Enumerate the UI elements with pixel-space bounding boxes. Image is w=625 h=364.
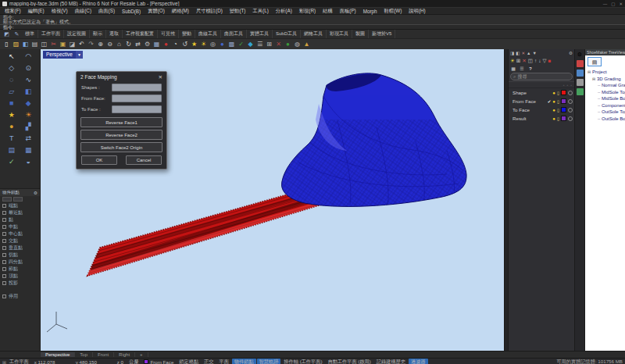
tool-icon[interactable]: ★ xyxy=(3,109,20,121)
menu-item[interactable]: 編輯(E) xyxy=(28,8,45,15)
toolbar-tab[interactable]: 顯示 xyxy=(90,30,106,38)
unit-label[interactable]: 公釐 xyxy=(127,359,141,364)
cplane-button[interactable]: 工作平面 xyxy=(7,359,31,364)
tree-node-leaf[interactable]: Normal Grading xyxy=(587,82,625,89)
viewport-title[interactable]: Perspective xyxy=(43,51,76,59)
tree-node-leaf[interactable]: MidSole Top xyxy=(587,89,625,96)
toolbar-icon[interactable]: ● xyxy=(162,40,170,48)
layer-color-swatch[interactable] xyxy=(561,98,566,104)
toolbar-icon[interactable]: ◧ xyxy=(21,40,30,48)
layers-toolbar-icon[interactable]: ↑ xyxy=(534,58,537,63)
layer-row[interactable]: To Face ● ▯ xyxy=(509,105,574,114)
lock-icon[interactable]: ▯ xyxy=(557,108,559,112)
toolbar-icon[interactable]: ⊞ xyxy=(265,40,273,48)
status-toggle[interactable]: 操作軸 (工作平面) xyxy=(281,359,324,364)
side-panel-tab-icon[interactable] xyxy=(577,88,584,95)
tool-icon[interactable]: T xyxy=(3,133,20,145)
osnap-tab[interactable] xyxy=(2,197,12,202)
toolbar-icon[interactable]: ◎ xyxy=(209,40,217,48)
toolbar-icon[interactable]: ◔ xyxy=(171,40,180,48)
toolbar-icon[interactable]: ↷ xyxy=(87,40,95,48)
tool-icon[interactable]: ◒ xyxy=(20,156,38,168)
toolbar-icon[interactable]: ▨ xyxy=(12,40,20,48)
tree-tab-button[interactable]: ▤ xyxy=(588,57,602,66)
menu-item[interactable]: 結構 xyxy=(323,8,333,15)
status-toggle[interactable]: 正交 xyxy=(202,359,216,364)
status-toggle[interactable]: 物件鎖點 xyxy=(232,359,256,364)
toolbar-icon[interactable]: ▣ xyxy=(59,40,67,48)
osnap-option[interactable]: 垂直點 xyxy=(0,244,40,252)
checkbox-icon[interactable] xyxy=(2,253,6,257)
menu-item[interactable]: 尺寸標註(D) xyxy=(196,8,223,15)
osnap-option[interactable]: 頂點 xyxy=(0,273,40,280)
toolbar-tab[interactable]: 可見性 xyxy=(158,30,179,38)
toolbar-icon[interactable]: ✂ xyxy=(49,40,58,48)
ok-button[interactable]: OK xyxy=(81,155,117,165)
panel-tab-icon[interactable]: ◨ xyxy=(510,51,514,55)
toolbar-icon[interactable]: ▩ xyxy=(227,40,236,48)
lightbulb-icon[interactable]: ● xyxy=(552,116,555,121)
toolbar-icon[interactable]: ◫ xyxy=(40,40,48,48)
menu-item[interactable]: 工具(L) xyxy=(252,8,268,15)
checkbox-icon[interactable] xyxy=(2,260,6,264)
osnap-option[interactable]: 切點 xyxy=(0,252,40,259)
layer-color-swatch[interactable] xyxy=(561,90,566,95)
toolbar-tab[interactable]: 實體工具 xyxy=(247,30,273,38)
osnap-option[interactable]: 中點 xyxy=(0,223,40,230)
material-icon[interactable] xyxy=(568,91,573,95)
panel-tab-icon[interactable]: ✕ xyxy=(521,51,525,55)
layer-row[interactable]: Shape ● ▯ xyxy=(509,88,574,97)
toolbar-tab[interactable]: SubD工具 xyxy=(273,30,301,38)
viewport-tab[interactable]: Right xyxy=(114,352,135,357)
current-layer-chip[interactable]: From Face xyxy=(141,359,176,364)
maximize-button[interactable]: ▢ xyxy=(611,2,615,6)
tool-icon[interactable]: ◇ xyxy=(3,62,20,74)
layers-toolbar-icon[interactable]: ▽ xyxy=(542,58,546,64)
cancel-button[interactable]: Cancel xyxy=(126,155,162,165)
lightbulb-icon[interactable]: ● xyxy=(552,99,555,104)
from-face-input[interactable] xyxy=(112,95,162,102)
menu-item[interactable]: 曲線(C) xyxy=(75,8,91,15)
toolbar-icon[interactable]: ⇄ xyxy=(134,40,142,48)
toolbar-icon[interactable]: ✕ xyxy=(274,40,283,48)
toolbar-icon[interactable]: ★ xyxy=(190,40,198,48)
layer-row[interactable]: From Face ✔ ● ▯ xyxy=(509,97,574,105)
layer-color-swatch[interactable] xyxy=(561,116,566,121)
status-toggle[interactable]: 自動工作平面 (啟用) xyxy=(326,359,373,364)
layer-color-swatch[interactable] xyxy=(561,107,566,112)
status-toggle[interactable]: 智慧軌跡 xyxy=(257,359,281,364)
toolbar-icon[interactable]: ✓ xyxy=(237,40,245,48)
toolbar-tab[interactable]: 變動 xyxy=(179,30,195,38)
osnap-option[interactable]: 節點 xyxy=(0,266,40,273)
menu-item[interactable]: 曲面(S) xyxy=(98,8,115,15)
menu-item[interactable]: 鞋楦(W) xyxy=(384,8,402,15)
toolbar-icon[interactable]: ◆ xyxy=(246,40,255,48)
checkbox-icon[interactable] xyxy=(2,225,6,229)
tree-node-leaf[interactable]: OutSole Bottom xyxy=(587,116,625,123)
menu-item[interactable]: 檔案(F) xyxy=(5,8,21,15)
tool-icon[interactable]: ∿ xyxy=(20,74,38,86)
material-icon[interactable] xyxy=(568,99,573,104)
switch-face2-origin-button[interactable]: Switch Face2 Origin xyxy=(80,142,162,152)
tool-icon[interactable]: ☀ xyxy=(20,109,38,121)
tree-node-group[interactable]: ⊟ 3D Grading xyxy=(587,76,625,83)
toolbar-tab[interactable]: 標準 xyxy=(22,30,38,38)
toolbar-pin-icon[interactable]: ✎ xyxy=(13,30,20,37)
checkbox-icon[interactable] xyxy=(2,218,6,222)
osnap-disable-option[interactable]: 停用 xyxy=(0,293,40,300)
layers-search-box[interactable]: ⌕ 搜尋 xyxy=(510,73,573,80)
lightbulb-icon[interactable]: ● xyxy=(552,108,555,112)
status-toggle[interactable]: 鎖定格點 xyxy=(177,359,201,364)
tree-node-leaf[interactable]: Component xyxy=(587,102,625,109)
menu-item[interactable]: 檢視(V) xyxy=(52,8,68,15)
grid-icon[interactable]: ⊞ xyxy=(2,359,6,364)
tool-icon[interactable]: ▱ xyxy=(3,86,20,98)
reverse-face2-button[interactable]: Reverse Face2 xyxy=(80,130,162,140)
to-face-input[interactable] xyxy=(112,105,162,113)
layers-toolbar-icon[interactable]: ☀ xyxy=(510,58,515,64)
osnap-option[interactable]: 點 xyxy=(0,216,40,223)
layers-view-icon[interactable]: ? xyxy=(527,66,534,72)
side-panel-tab-icon[interactable]: ⚙ xyxy=(577,51,584,58)
status-toggle[interactable]: 過濾器 xyxy=(409,359,428,364)
tool-icon[interactable]: ◧ xyxy=(20,86,38,98)
